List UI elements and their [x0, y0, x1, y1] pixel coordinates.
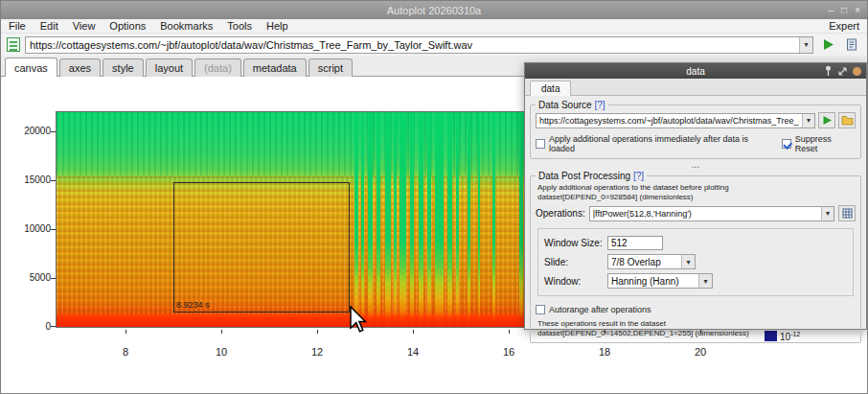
- chevron-down-icon[interactable]: ▾: [799, 37, 812, 53]
- document-icon: [846, 38, 857, 51]
- window-size-input[interactable]: [607, 236, 663, 250]
- menu-bookmarks[interactable]: Bookmarks: [160, 20, 213, 32]
- window-size-label: Window Size:: [544, 238, 607, 248]
- x-tick: [221, 330, 222, 334]
- autorange-checkbox[interactable]: [536, 305, 545, 314]
- undock-icon[interactable]: [838, 67, 847, 76]
- dialog-go-button[interactable]: [818, 112, 835, 128]
- minimize-button[interactable]: –: [829, 1, 834, 19]
- dialog-address-input[interactable]: [537, 116, 802, 126]
- window-title: Autoplot 20260310a: [387, 5, 481, 16]
- operations-input[interactable]: [590, 209, 821, 219]
- slide-select[interactable]: 7/8 Overlap ▾: [607, 254, 696, 269]
- post-processing-group: Data Post Processing [?] Apply additiona…: [530, 171, 861, 343]
- menu-help[interactable]: Help: [266, 20, 288, 32]
- close-icon[interactable]: [853, 67, 861, 76]
- folder-icon: [841, 115, 854, 126]
- y-axis-label: 15000: [11, 174, 51, 185]
- data-dialog-tabbar: data: [525, 79, 866, 96]
- x-axis-label: 14: [399, 346, 427, 358]
- spectrogram-stripe: [478, 112, 480, 327]
- maximize-button[interactable]: □: [841, 1, 847, 19]
- chevron-down-icon[interactable]: ▾: [681, 255, 695, 268]
- dialog-address-combo[interactable]: ▾: [536, 113, 815, 128]
- collapsed-splitter[interactable]: ...: [530, 161, 861, 169]
- slide-label: Slide:: [544, 257, 607, 267]
- operations-combo[interactable]: ▾: [589, 206, 834, 221]
- address-bar: ▾: [1, 34, 867, 56]
- tab-axes[interactable]: axes: [59, 58, 101, 77]
- post-processing-legend: Data Post Processing [?]: [536, 171, 647, 181]
- y-axis-label: 10000: [11, 223, 51, 234]
- spectrogram-stripe: [368, 112, 373, 327]
- selection-width-label: 8.9234 s: [176, 300, 210, 310]
- spectrogram-stripe: [361, 112, 364, 327]
- apply-immediately-label: Apply additional operations immediately …: [549, 134, 774, 153]
- editor-button[interactable]: [842, 36, 861, 54]
- spectrogram-stripe: [456, 112, 459, 327]
- suppress-reset-label: Suppress Reset: [795, 134, 856, 153]
- tab-metadata[interactable]: metadata: [243, 58, 307, 77]
- menu-view[interactable]: View: [73, 20, 96, 32]
- fft-parameters-panel: Window Size: Slide: 7/8 Overlap ▾ Window…: [537, 228, 854, 296]
- data-source-legend-text: Data Source: [538, 100, 592, 110]
- y-tick: [51, 131, 56, 132]
- menu-options[interactable]: Options: [109, 20, 146, 32]
- y-axis-label: 0: [11, 321, 51, 332]
- chevron-down-icon[interactable]: ▾: [821, 207, 834, 220]
- spectrogram-stripe: [354, 112, 358, 327]
- y-tick: [51, 278, 56, 279]
- expert-mode-selector[interactable]: Expert: [829, 20, 859, 32]
- x-tick: [413, 330, 414, 334]
- pin-icon[interactable]: [824, 65, 833, 77]
- data-source-legend: Data Source [?]: [536, 100, 608, 110]
- y-axis-label: 20000: [11, 126, 51, 136]
- window-titlebar[interactable]: Autoplot 20260310a – □ ×: [1, 1, 867, 19]
- file-browse-button[interactable]: [838, 112, 856, 128]
- spectrogram-stripe: [419, 112, 423, 327]
- x-tick: [126, 330, 126, 334]
- window-function-label: Window:: [544, 276, 607, 287]
- spectrogram-stripe: [468, 112, 470, 327]
- autoplot-window: Autoplot 20260310a – □ × File Edit View …: [0, 0, 868, 394]
- menu-file[interactable]: File: [9, 20, 26, 32]
- post-processing-help-link[interactable]: [?]: [633, 171, 644, 181]
- x-axis-label: 18: [590, 346, 619, 358]
- datasource-type-icon: [7, 37, 20, 52]
- tab-data[interactable]: (data): [194, 58, 241, 77]
- selection-box[interactable]: [173, 182, 350, 313]
- play-icon: [822, 38, 834, 51]
- x-axis-label: 10: [207, 346, 236, 358]
- operations-picker-button[interactable]: [838, 205, 856, 221]
- grid-icon: [842, 208, 853, 219]
- chevron-down-icon[interactable]: ▾: [802, 114, 814, 127]
- data-source-group: Data Source [?] ▾: [530, 100, 861, 159]
- menu-tools[interactable]: Tools: [227, 20, 252, 32]
- apply-immediately-checkbox[interactable]: [536, 139, 545, 149]
- data-dialog-titlebar[interactable]: data: [525, 63, 866, 79]
- chevron-down-icon[interactable]: ▾: [698, 274, 712, 288]
- data-source-help-link[interactable]: [?]: [594, 100, 605, 110]
- address-combo[interactable]: ▾: [25, 36, 813, 54]
- x-axis-label: 20: [686, 346, 715, 358]
- result-hint: These operations result in the dataset: [537, 319, 856, 328]
- tab-script[interactable]: script: [308, 58, 353, 77]
- window-function-select[interactable]: Hanning (Hann) ▾: [607, 273, 713, 289]
- spectrogram-stripe: [435, 112, 444, 327]
- menu-bar: File Edit View Options Bookmarks Tools H…: [1, 19, 867, 34]
- tab-style[interactable]: style: [103, 58, 144, 77]
- tab-layout[interactable]: layout: [146, 58, 193, 77]
- menu-edit[interactable]: Edit: [40, 20, 58, 32]
- spectrogram-stripe: [519, 112, 523, 327]
- suppress-reset-checkbox[interactable]: [782, 139, 791, 149]
- autorange-label: Autorange after operations: [549, 305, 651, 314]
- go-button[interactable]: [818, 36, 837, 54]
- mouse-cursor: [349, 306, 368, 335]
- dataset-after-label: dataset[DEPEND_0=14502,DEPEND_1=255] (di…: [537, 329, 856, 337]
- data-dialog-title: data: [686, 66, 704, 77]
- tab-canvas[interactable]: canvas: [5, 58, 57, 77]
- dialog-tab-data[interactable]: data: [530, 81, 571, 96]
- spectrogram-stripe: [427, 112, 431, 327]
- close-button[interactable]: ×: [855, 1, 860, 19]
- address-input[interactable]: [26, 39, 799, 51]
